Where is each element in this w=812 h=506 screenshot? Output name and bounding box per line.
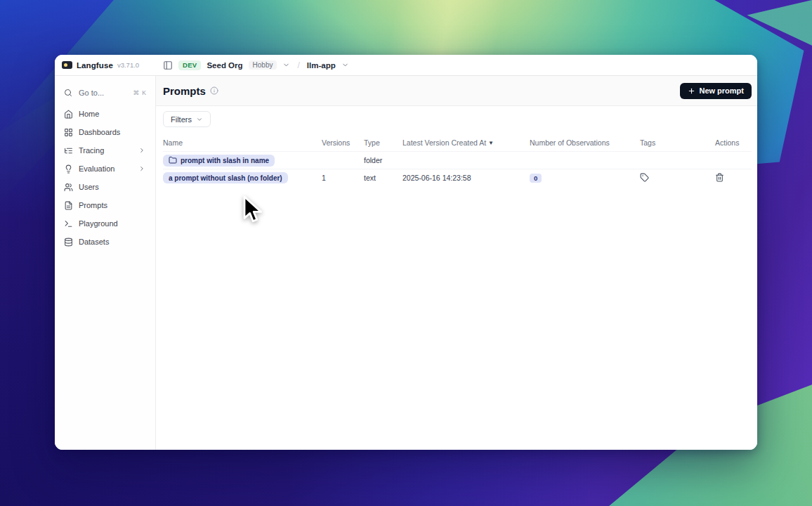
created-at-cell: 2025-06-16 14:23:58 bbox=[402, 174, 530, 182]
environment-breadcrumb: DEV Seed Org Hobby / llm-app bbox=[156, 55, 757, 75]
trash-icon[interactable] bbox=[715, 173, 724, 182]
breadcrumb-separator: / bbox=[297, 60, 299, 70]
sidebar-item-label: Prompts bbox=[79, 201, 147, 209]
column-header-name[interactable]: Name bbox=[163, 138, 322, 147]
column-header-tags[interactable]: Tags bbox=[640, 138, 715, 147]
sidebar-item-prompts[interactable]: Prompts bbox=[60, 197, 150, 214]
column-header-type[interactable]: Type bbox=[364, 138, 402, 147]
table-row-folder: prompt with slash in name folder bbox=[163, 151, 752, 169]
sidebar-item-label: Playground bbox=[79, 219, 147, 228]
sidebar-item-tracing[interactable]: Tracing bbox=[60, 142, 150, 159]
terminal-icon bbox=[63, 219, 73, 228]
dashboards-grid-icon bbox=[63, 128, 73, 137]
type-cell: text bbox=[364, 174, 402, 182]
page-header: Prompts New prompt bbox=[156, 76, 757, 106]
sidebar-item-label: Home bbox=[79, 110, 147, 118]
filters-label: Filters bbox=[171, 115, 192, 124]
sort-desc-icon: ▼ bbox=[488, 140, 494, 146]
sidebar-item-home[interactable]: Home bbox=[60, 105, 150, 122]
users-icon bbox=[63, 183, 73, 192]
sidebar-item-playground[interactable]: Playground bbox=[60, 215, 150, 232]
goto-search-button[interactable]: Go to... ⌘ K bbox=[60, 84, 150, 101]
lightbulb-icon bbox=[63, 164, 73, 174]
prompt-name: prompt with slash in name bbox=[181, 157, 269, 164]
sidebar-item-dashboards[interactable]: Dashboards bbox=[60, 124, 150, 141]
sidebar-toggle-icon[interactable] bbox=[163, 60, 173, 70]
new-prompt-button[interactable]: New prompt bbox=[680, 83, 752, 99]
sidebar: Go to... ⌘ K Home Dashboards bbox=[55, 76, 156, 450]
langfuse-logo-icon bbox=[62, 61, 72, 69]
env-badge: DEV bbox=[178, 60, 201, 70]
sidebar-item-label: Tracing bbox=[79, 146, 131, 155]
filters-row: Filters bbox=[156, 106, 757, 130]
column-header-created-at[interactable]: Latest Version Created At▼ bbox=[402, 138, 530, 147]
prompt-name: a prompt without slash (no folder) bbox=[169, 174, 282, 182]
goto-shortcut: ⌘ K bbox=[133, 89, 147, 96]
page-title: Prompts bbox=[163, 85, 206, 97]
sidebar-item-label: Users bbox=[79, 183, 147, 191]
sidebar-item-evaluation[interactable]: Evaluation bbox=[60, 160, 150, 177]
main-content: Prompts New prompt Filters bbox=[156, 76, 757, 450]
table-row-prompt: a prompt without slash (no folder) 1 tex… bbox=[163, 169, 752, 186]
plan-badge: Hobby bbox=[249, 60, 277, 70]
home-icon bbox=[63, 110, 73, 119]
project-switcher-chevron-icon[interactable] bbox=[341, 61, 349, 69]
filters-button[interactable]: Filters bbox=[163, 111, 211, 127]
chevron-down-icon bbox=[196, 116, 203, 123]
org-switcher-chevron-icon[interactable] bbox=[282, 61, 290, 69]
plus-icon bbox=[688, 87, 695, 95]
type-cell: folder bbox=[364, 156, 402, 164]
sidebar-item-label: Datasets bbox=[79, 238, 147, 246]
goto-label: Go to... bbox=[79, 89, 127, 97]
sidebar-item-datasets[interactable]: Datasets bbox=[60, 233, 150, 250]
desktop-wallpaper: Langfuse v3.71.0 DEV Seed Org Hobby / ll… bbox=[0, 0, 812, 506]
app-name: Langfuse bbox=[77, 61, 113, 70]
column-header-versions[interactable]: Versions bbox=[322, 138, 364, 147]
prompt-link[interactable]: a prompt without slash (no folder) bbox=[163, 172, 288, 183]
folder-icon bbox=[169, 156, 177, 164]
new-prompt-label: New prompt bbox=[699, 86, 744, 95]
sidebar-item-label: Dashboards bbox=[79, 128, 147, 136]
table-header-row: Name Versions Type Latest Version Create… bbox=[163, 134, 752, 151]
prompts-file-icon bbox=[63, 201, 73, 210]
app-logo-zone: Langfuse v3.71.0 bbox=[55, 55, 156, 75]
langfuse-app-window: Langfuse v3.71.0 DEV Seed Org Hobby / ll… bbox=[55, 55, 757, 450]
observations-count-badge[interactable]: 0 bbox=[530, 174, 542, 183]
chevron-right-icon bbox=[137, 165, 147, 172]
sidebar-item-label: Evaluation bbox=[79, 164, 131, 173]
tracing-list-tree-icon bbox=[63, 146, 73, 155]
versions-cell: 1 bbox=[322, 174, 364, 182]
search-icon bbox=[63, 89, 73, 97]
prompt-folder-link[interactable]: prompt with slash in name bbox=[163, 155, 275, 167]
sidebar-item-users[interactable]: Users bbox=[60, 179, 150, 195]
project-name[interactable]: llm-app bbox=[307, 61, 336, 70]
top-navigation-bar: Langfuse v3.71.0 DEV Seed Org Hobby / ll… bbox=[55, 55, 757, 76]
prompts-table: Name Versions Type Latest Version Create… bbox=[163, 134, 752, 186]
chevron-right-icon bbox=[137, 147, 147, 154]
column-header-actions: Actions bbox=[715, 138, 752, 147]
column-header-observations[interactable]: Number of Observations bbox=[530, 138, 640, 147]
app-version: v3.71.0 bbox=[117, 61, 139, 69]
org-name[interactable]: Seed Org bbox=[207, 61, 242, 70]
database-icon bbox=[63, 238, 73, 247]
info-icon[interactable] bbox=[210, 86, 218, 95]
tag-icon[interactable] bbox=[640, 173, 649, 182]
